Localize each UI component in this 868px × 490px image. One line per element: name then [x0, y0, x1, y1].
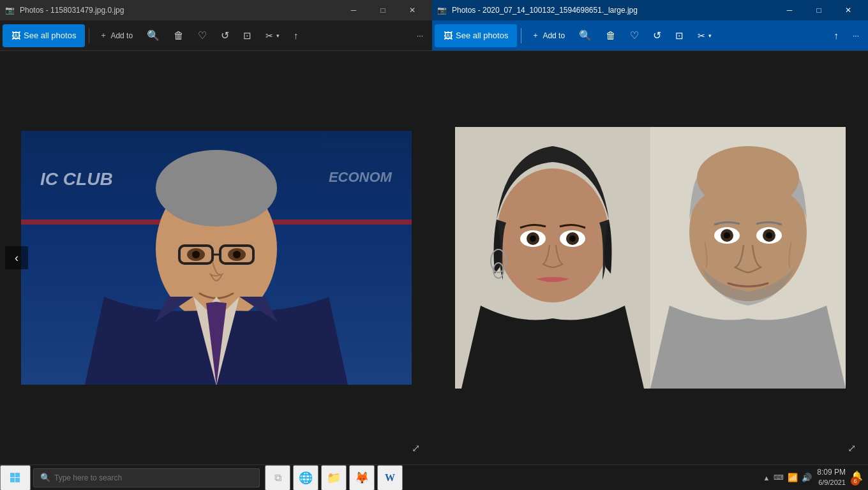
notification-btn[interactable]: 🔔 6: [851, 470, 863, 486]
file-explorer-icon: 📁: [327, 471, 341, 485]
taskbar-right: ▲ ⌨ 📶 🔊 8:09 PM 6/9/2021 🔔 6: [763, 467, 868, 487]
task-view-btn[interactable]: ⧉: [265, 465, 290, 491]
zoom-icon-right: 🔍: [579, 29, 592, 41]
rotate-icon-right: ↺: [653, 29, 661, 41]
expand-btn-right[interactable]: ⤢: [842, 439, 860, 457]
add-to-btn-right[interactable]: ＋ Add to: [525, 24, 571, 47]
more-btn-right[interactable]: ···: [846, 24, 865, 47]
add-icon-right: ＋: [532, 30, 539, 41]
window-right: 📷 Photos - 2020_07_14_100132_1594698651.…: [432, 0, 868, 464]
crop-btn-left[interactable]: ⊡: [237, 24, 258, 47]
expand-icon-left: ⤢: [412, 442, 420, 454]
window-left: 📷 Photos - 1158031479.jpg.0.jpg ─ □ ✕ 🖼 …: [0, 0, 432, 464]
edit-icon-right: ✂: [698, 31, 705, 41]
word-btn[interactable]: W: [377, 465, 403, 491]
zoom-in-btn-right[interactable]: 🔍: [572, 24, 598, 47]
window-right-title: Photos - 2020_07_14_100132_1594698651._l…: [452, 6, 775, 15]
toolbar-right: 🖼 See all photos ＋ Add to 🔍 🗑 ♡ ↺ ⊡: [432, 20, 868, 51]
search-input[interactable]: [54, 473, 253, 482]
edit-icon-left: ✂: [266, 31, 273, 41]
edit-btn-right[interactable]: ✂ ▾: [691, 24, 718, 47]
add-to-btn-left[interactable]: ＋ Add to: [93, 24, 139, 47]
volume-icon[interactable]: 🔊: [802, 473, 812, 482]
rotate-btn-left[interactable]: ↺: [214, 24, 236, 47]
svg-point-3: [156, 150, 277, 226]
prev-photo-btn-left[interactable]: ‹: [5, 246, 28, 269]
svg-point-14: [497, 168, 609, 302]
window-left-title: Photos - 1158031479.jpg.0.jpg: [20, 6, 339, 15]
delete-btn-right[interactable]: 🗑: [599, 24, 622, 47]
edit-dropdown-left: ▾: [276, 33, 280, 39]
taskbar-apps: ⧉ 🌐 📁 🦊 W: [265, 465, 403, 491]
title-bar-right: 📷 Photos - 2020_07_14_100132_1594698651.…: [432, 0, 868, 20]
taskbar-clock[interactable]: 8:09 PM 6/9/2021: [817, 467, 846, 487]
chevron-up-icon[interactable]: ▲: [763, 474, 770, 482]
share-btn-right[interactable]: ↑: [827, 24, 845, 47]
share-icon-left: ↑: [294, 30, 299, 41]
heart-btn-right[interactable]: ♡: [624, 24, 645, 47]
heart-btn-left[interactable]: ♡: [191, 24, 213, 47]
svg-point-19: [530, 235, 536, 242]
share-icon-right: ↑: [834, 30, 839, 41]
word-icon: W: [385, 472, 395, 484]
crop-icon-right: ⊡: [675, 30, 684, 41]
crop-icon-left: ⊡: [243, 30, 251, 41]
desktop: 📷 Photos - 1158031479.jpg.0.jpg ─ □ ✕ 🖼 …: [0, 0, 868, 490]
close-btn-right[interactable]: ✕: [834, 0, 863, 20]
file-explorer-btn[interactable]: 📁: [321, 465, 347, 491]
firefox-icon: 🦊: [355, 471, 369, 485]
share-btn-left[interactable]: ↑: [287, 24, 305, 47]
see-all-photos-btn-left[interactable]: 🖼 See all photos: [3, 24, 85, 47]
minimize-btn-left[interactable]: ─: [339, 0, 368, 20]
photo-area-left: ‹ IC CLUB ECONOM: [0, 51, 432, 464]
toolbar-left: 🖼 See all photos ＋ Add to 🔍 🗑 ♡ ↺ ⊡: [0, 20, 432, 51]
edit-btn-left[interactable]: ✂ ▾: [259, 24, 286, 47]
svg-point-9: [192, 251, 200, 258]
svg-point-20: [569, 235, 576, 242]
firefox-btn[interactable]: 🦊: [349, 465, 375, 491]
maximize-btn-right[interactable]: □: [804, 0, 834, 20]
network-icon[interactable]: 📶: [788, 473, 798, 482]
keyboard-icon: ⌨: [774, 473, 784, 482]
minimize-btn-right[interactable]: ─: [775, 0, 804, 20]
photo-image-right: [455, 127, 846, 389]
zoom-icon-left: 🔍: [147, 29, 160, 41]
expand-btn-left[interactable]: ⤢: [407, 439, 424, 457]
svg-point-31: [724, 232, 730, 239]
edge-btn[interactable]: 🌐: [293, 465, 318, 491]
person-right-svg: [650, 127, 846, 389]
maximize-btn-left[interactable]: □: [368, 0, 398, 20]
heart-icon-left: ♡: [198, 29, 207, 41]
zoom-in-btn-left[interactable]: 🔍: [140, 24, 166, 47]
delete-btn-left[interactable]: 🗑: [167, 24, 190, 47]
add-icon-left: ＋: [100, 30, 107, 41]
title-bar-left: 📷 Photos - 1158031479.jpg.0.jpg ─ □ ✕: [0, 0, 432, 20]
windows-logo-icon: [10, 473, 20, 483]
taskbar-search[interactable]: 🔍: [33, 468, 260, 487]
time-display: 8:09 PM: [817, 467, 846, 478]
photo-image-left: IC CLUB ECONOM: [21, 131, 412, 385]
more-icon-right: ···: [853, 31, 859, 40]
person-left-svg: [455, 127, 650, 389]
task-view-icon: ⧉: [274, 472, 281, 484]
edge-icon: 🌐: [299, 471, 313, 485]
crop-btn-right[interactable]: ⊡: [669, 24, 690, 47]
expand-icon-right: ⤢: [848, 442, 856, 454]
date-display: 6/9/2021: [817, 478, 846, 487]
edit-dropdown-right: ▾: [708, 33, 712, 39]
search-icon: 🔍: [40, 473, 50, 482]
separator-1-right: [521, 28, 521, 43]
more-icon-left: ···: [417, 31, 423, 40]
more-btn-left[interactable]: ···: [410, 24, 430, 47]
rotate-btn-right[interactable]: ↺: [647, 24, 668, 47]
see-all-photos-btn-right[interactable]: 🖼 See all photos: [435, 24, 517, 47]
photos-icon-right: 🖼: [444, 31, 453, 41]
close-btn-left[interactable]: ✕: [398, 0, 427, 20]
window-controls-left: ─ □ ✕: [339, 0, 427, 20]
svg-point-32: [766, 232, 772, 239]
delete-icon-left: 🗑: [174, 30, 184, 41]
system-tray: ▲ ⌨ 📶 🔊: [763, 473, 812, 482]
start-button[interactable]: [0, 465, 31, 491]
taskbar: 🔍 ⧉ 🌐 📁 🦊 W: [0, 464, 868, 490]
notification-badge: 6: [851, 477, 860, 486]
